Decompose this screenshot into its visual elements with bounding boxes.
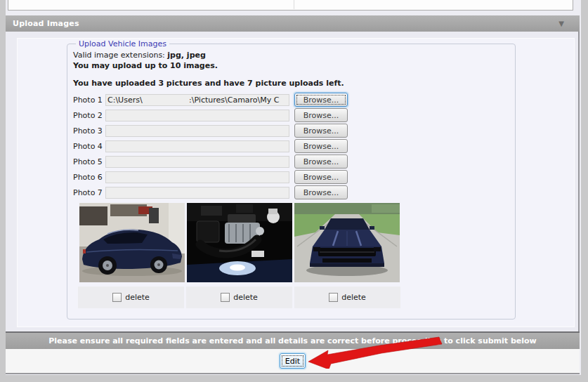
column-divider [294,0,294,9]
photo-row: Photo 3 Browse... [73,123,509,138]
max-uploads-note: You may upload up to 10 images. [73,60,509,71]
photo-row: Photo 4 Browse... [73,138,509,154]
photo-6-path-input[interactable] [105,171,289,183]
upload-vehicle-images-fieldset: Upload Vehicle Images Valid image extens… [67,39,516,320]
valid-extensions-line: Valid image extensions: jpg, jpeg [73,50,509,60]
delete-photo-2[interactable]: delete [186,286,292,308]
photo-1-path-input[interactable] [105,94,289,106]
delete-photo-1[interactable]: delete [78,286,184,308]
delete-label: delete [341,293,366,302]
photo-5-label: Photo 5 [73,157,105,166]
browse-button-7[interactable]: Browse... [294,185,348,199]
valid-extensions-label: Valid image extensions: [73,51,167,60]
photo-1-label: Photo 1 [73,96,105,105]
browse-button-5[interactable]: Browse... [294,154,348,169]
thumbnail-camaro-side-view [79,203,185,282]
browse-button-4[interactable]: Browse... [294,139,348,153]
browse-button-2[interactable]: Browse... [294,108,348,122]
notice-bar: Please ensure all required fields are en… [6,331,580,349]
collapse-triangle-icon[interactable]: ▼ [558,20,564,27]
photo-row: Photo 5 Browse... [73,154,509,169]
previous-section-bottom [8,0,573,11]
fieldset-legend: Upload Vehicle Images [76,39,169,48]
thumbnails-row [79,203,509,282]
photo-2-label: Photo 2 [73,111,105,120]
upload-status-line: You have uploaded 3 pictures and have 7 … [73,78,509,88]
photo-7-label: Photo 7 [73,188,105,197]
submit-area: Edit [6,349,580,374]
photo-4-label: Photo 4 [73,142,105,151]
browse-button-6[interactable]: Browse... [294,170,348,184]
photo-7-path-input[interactable] [105,187,289,199]
delete-label: delete [233,293,258,302]
photo-6-label: Photo 6 [73,173,105,182]
upload-images-section-header[interactable]: Upload Images ▼ [6,15,580,32]
section-title: Upload Images [13,19,79,28]
notice-text: Please ensure all required fields are en… [48,336,537,345]
photo-3-label: Photo 3 [73,126,105,136]
red-arrow-annotation [299,335,443,369]
browse-button-3[interactable]: Browse... [294,124,348,138]
delete-checkbox-1[interactable] [112,293,122,302]
photo-5-path-input[interactable] [105,156,289,168]
delete-checkbox-2[interactable] [221,293,230,302]
photo-3-path-input[interactable] [105,125,289,137]
form-container: Upload Images ▼ Upload Vehicle Images Va… [6,0,581,375]
photo-row: Photo 7 Browse... [73,185,509,200]
thumbnail-camaro-front-view [294,203,400,282]
photo-2-path-input[interactable] [105,110,289,121]
delete-label: delete [125,293,150,302]
valid-extensions-value: jpg, jpeg [167,51,206,60]
delete-row: delete delete delete [78,286,509,308]
delete-checkbox-3[interactable] [329,293,338,302]
photo-row: Photo 6 Browse... [73,169,509,185]
photo-row: Photo 1 Browse... [73,92,509,107]
browse-button-1[interactable]: Browse... [294,93,348,107]
photo-4-path-input[interactable] [105,140,289,152]
photo-row: Photo 2 Browse... [73,107,509,123]
delete-photo-3[interactable]: delete [294,286,400,308]
photo-rows: Photo 1 Browse... Photo 2 Browse... Phot… [73,92,509,200]
thumbnail-camaro-engine-bay [187,203,292,282]
